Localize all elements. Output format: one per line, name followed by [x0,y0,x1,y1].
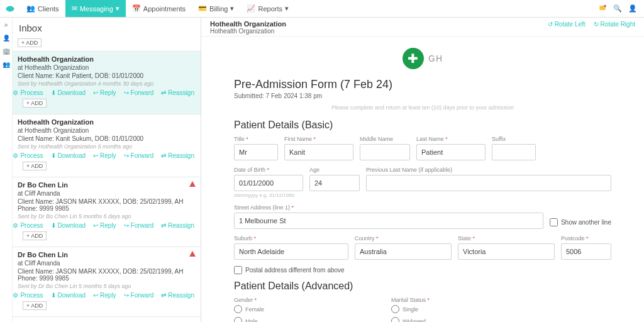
label-age: Age [309,167,360,173]
action-process[interactable]: ⚙Process [13,222,43,229]
action-download[interactable]: ⬇Download [51,292,86,299]
action-process[interactable]: ⚙Process [13,89,43,96]
gear-icon: ⚙ [13,152,18,159]
action-reassign[interactable]: ⇄Reassign [161,152,194,159]
action-download[interactable]: ⬇Download [51,222,86,229]
reply-icon: ↩ [93,89,98,96]
user-icon[interactable]: 👤 [625,4,640,13]
app-logo: + [4,3,16,15]
input-addr1[interactable] [234,213,543,229]
label-last-name: Last Name [416,136,486,142]
people-icon: 👥 [26,4,35,13]
chevron-down-icon: ▾ [116,4,119,13]
alert-icon [189,181,196,187]
message-client: Client Name: Kanit Patient, DOB: 01/01/2… [18,72,196,79]
action-reassign[interactable]: ⇄Reassign [161,222,194,229]
rail-people-icon[interactable]: 👥 [3,61,10,68]
input-suburb[interactable] [234,243,348,260]
nav-clients[interactable]: 👥Clients [20,0,65,17]
download-icon: ⬇ [51,222,56,229]
nav-messaging[interactable]: ✉Messaging▾ [65,0,126,17]
message-add-button[interactable]: + ADD [23,231,47,240]
action-download[interactable]: ⬇Download [51,152,86,159]
download-icon: ⬇ [51,89,56,96]
rail-building-icon[interactable]: 🏢 [3,48,10,55]
message-meta: Sent by Hothealth Organization 4 months … [18,80,196,87]
detail-org-sub: Hothealth Organization [210,28,286,35]
inbox-add-button-top[interactable]: + ADD [18,38,42,47]
action-forward[interactable]: ↪Forward [124,152,154,159]
action-reply[interactable]: ↩Reply [93,222,116,229]
radio-gender-female[interactable]: Female [234,305,385,313]
label-postal-diff: Postal address different from above [245,267,345,274]
message-item[interactable]: Hothealth Organization at Hothealth Orga… [13,316,201,322]
detail-org-title: Hothealth Organization [210,20,286,28]
rail-user-icon[interactable]: 👤 [3,35,10,42]
nav-reports[interactable]: 📈Reports▾ [240,0,295,17]
notification-icon[interactable] [595,4,610,14]
input-state[interactable] [458,243,555,260]
input-country[interactable] [355,243,452,260]
action-forward[interactable]: ↪Forward [124,89,154,96]
plus-circle-icon: ✚ [402,48,424,69]
forward-icon: ↪ [124,292,129,299]
input-age[interactable] [309,175,360,191]
search-icon[interactable]: 🔍 [610,4,625,13]
nav-appointments[interactable]: 📅Appointments [126,0,192,17]
inbox-title: Inbox [13,18,201,37]
message-add-button[interactable]: + ADD [23,301,47,310]
detail-panel: Hothealth Organization Hothealth Organiz… [201,18,644,322]
input-last-name[interactable] [416,144,486,160]
input-dob[interactable] [234,175,303,191]
input-prev-last[interactable] [366,175,611,191]
gear-icon: ⚙ [13,222,18,229]
rotate-left-button[interactable]: ↺ Rotate Left [548,21,586,28]
checkbox-show-another-line[interactable] [550,218,558,226]
label-show-another: Show another line [561,219,611,226]
message-item[interactable]: Dr Bo Chen Lin at Cliff Amanda Client Na… [13,177,201,247]
action-reply[interactable]: ↩Reply [93,152,116,159]
nav-billing[interactable]: 💳Billing▾ [192,0,240,17]
inbox-panel: Inbox + ADD Hothealth Organization at Ho… [13,18,201,322]
card-icon: 💳 [198,4,207,13]
action-process[interactable]: ⚙Process [13,152,43,159]
gear-icon: ⚙ [13,292,18,299]
form-brand: ✚ GH [234,48,611,69]
action-reassign[interactable]: ⇄Reassign [161,292,194,299]
label-title: Title [234,136,278,142]
action-reply[interactable]: ↩Reply [93,89,116,96]
forward-icon: ↪ [124,89,129,96]
action-reassign[interactable]: ⇄Reassign [161,89,194,96]
input-title[interactable] [234,144,278,160]
action-forward[interactable]: ↪Forward [124,292,154,299]
input-first-name[interactable] [284,144,353,160]
action-download[interactable]: ⬇Download [51,89,86,96]
detail-header: Hothealth Organization Hothealth Organiz… [201,18,644,36]
form-body: ✚ GH Pre-Admission Form (7 Feb 24) Submi… [228,48,618,322]
message-item[interactable]: Dr Bo Chen Lin at Cliff Amanda Client Na… [13,247,201,316]
input-middle-name[interactable] [360,144,410,160]
rotate-right-button[interactable]: ↻ Rotate Right [594,21,635,28]
message-add-button[interactable]: + ADD [23,99,47,108]
rail-expand-icon[interactable]: » [4,21,8,28]
radio-gender-male[interactable]: Male [234,317,385,322]
action-forward[interactable]: ↪Forward [124,222,154,229]
form-note: Please complete and return at least ten … [234,104,611,111]
reply-icon: ↩ [93,152,98,159]
side-rail: » 👤 🏢 👥 [0,18,13,322]
radio-marital-single[interactable]: Single [391,305,542,313]
label-postcode: Postcode [561,235,611,242]
forward-icon: ↪ [124,222,129,229]
input-postcode[interactable] [561,243,611,260]
action-reply[interactable]: ↩Reply [93,292,116,299]
message-item[interactable]: Hothealth Organization at Hothealth Orga… [13,51,201,114]
form-title: Pre-Admission Form (7 Feb 24) [234,78,611,91]
message-add-button[interactable]: + ADD [23,162,47,170]
checkbox-postal-diff[interactable] [234,266,242,274]
input-suffix[interactable] [492,144,536,160]
label-state: State [458,235,555,242]
radio-marital-widowed[interactable]: Widowed [391,317,542,322]
forward-icon: ↪ [124,152,129,159]
message-item[interactable]: Hothealth Organization at Hothealth Orga… [13,114,201,177]
action-process[interactable]: ⚙Process [13,292,43,299]
